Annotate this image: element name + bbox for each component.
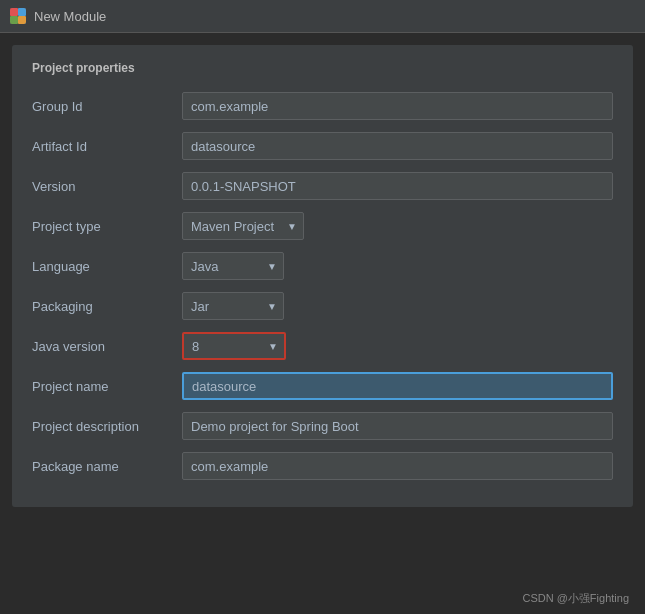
- form-row: Artifact Id: [32, 131, 613, 161]
- text-input-artifact-id[interactable]: [182, 132, 613, 160]
- field-label-package-name: Package name: [32, 459, 182, 474]
- svg-rect-3: [10, 16, 18, 24]
- watermark: CSDN @小强Fighting: [522, 591, 629, 606]
- field-control: JavaKotlinGroovy▼: [182, 252, 613, 280]
- field-control: JarWar▼: [182, 292, 613, 320]
- svg-rect-1: [10, 8, 18, 16]
- form-row: PackagingJarWar▼: [32, 291, 613, 321]
- field-control: [182, 412, 613, 440]
- svg-rect-2: [18, 8, 26, 16]
- field-label-group-id: Group Id: [32, 99, 182, 114]
- field-label-java-version: Java version: [32, 339, 182, 354]
- form-row: Package name: [32, 451, 613, 481]
- select-packaging[interactable]: JarWar: [183, 292, 283, 320]
- field-label-version: Version: [32, 179, 182, 194]
- form-row: Group Id: [32, 91, 613, 121]
- form-content: Project properties Group IdArtifact IdVe…: [12, 45, 633, 507]
- field-label-language: Language: [32, 259, 182, 274]
- select-project-type[interactable]: Maven ProjectGradle Project: [183, 212, 303, 240]
- form-row: Version: [32, 171, 613, 201]
- select-wrap: JavaKotlinGroovy▼: [182, 252, 284, 280]
- text-input-group-id[interactable]: [182, 92, 613, 120]
- form-row: Project description: [32, 411, 613, 441]
- text-input-package-name[interactable]: [182, 452, 613, 480]
- section-title: Project properties: [32, 61, 613, 75]
- text-input-project-name[interactable]: [182, 372, 613, 400]
- field-label-project-type: Project type: [32, 219, 182, 234]
- select-java-version[interactable]: 8111721: [184, 332, 284, 360]
- field-control: [182, 92, 613, 120]
- field-label-project-description: Project description: [32, 419, 182, 434]
- field-label-packaging: Packaging: [32, 299, 182, 314]
- text-input-version[interactable]: [182, 172, 613, 200]
- form-row: LanguageJavaKotlinGroovy▼: [32, 251, 613, 281]
- app-icon: [10, 8, 26, 24]
- form-row: Project typeMaven ProjectGradle Project▼: [32, 211, 613, 241]
- form-row: Java version8111721▼: [32, 331, 613, 361]
- field-control: [182, 452, 613, 480]
- select-wrap: Maven ProjectGradle Project▼: [182, 212, 304, 240]
- field-label-artifact-id: Artifact Id: [32, 139, 182, 154]
- form-row: Project name: [32, 371, 613, 401]
- form-fields: Group IdArtifact IdVersionProject typeMa…: [32, 91, 613, 481]
- field-control: Maven ProjectGradle Project▼: [182, 212, 613, 240]
- field-label-project-name: Project name: [32, 379, 182, 394]
- title-bar-text: New Module: [34, 9, 106, 24]
- field-control: 8111721▼: [182, 332, 613, 360]
- field-control: [182, 172, 613, 200]
- select-language[interactable]: JavaKotlinGroovy: [183, 252, 283, 280]
- select-wrap: 8111721▼: [182, 332, 286, 360]
- field-control: [182, 132, 613, 160]
- text-input-project-description[interactable]: [182, 412, 613, 440]
- title-bar: New Module: [0, 0, 645, 33]
- field-control: [182, 372, 613, 400]
- svg-rect-4: [18, 16, 26, 24]
- select-wrap: JarWar▼: [182, 292, 284, 320]
